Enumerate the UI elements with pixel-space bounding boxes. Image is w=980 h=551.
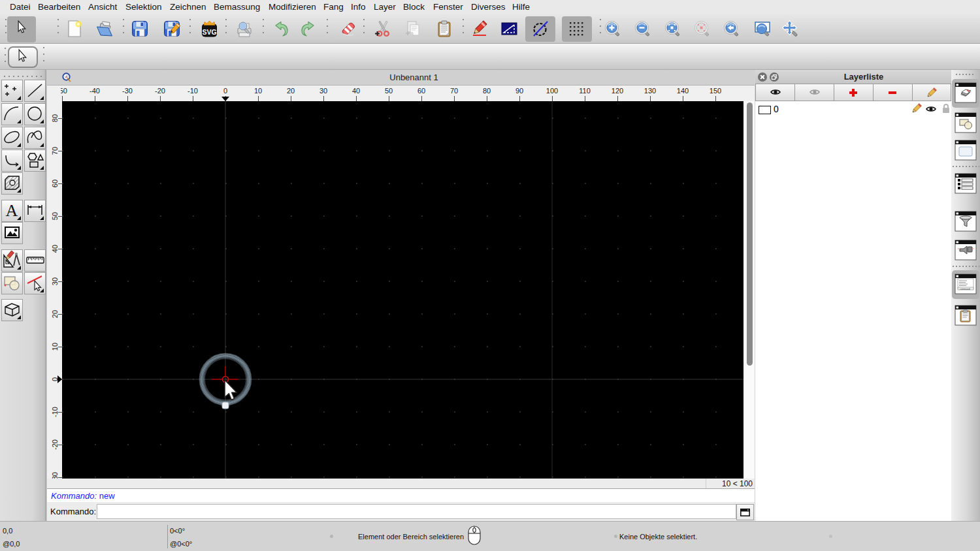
svg-text:-30: -30	[51, 472, 59, 479]
svg-text:30: 30	[319, 87, 327, 95]
svg-text:-40: -40	[90, 87, 100, 95]
svg-text:SVG: SVG	[202, 28, 216, 36]
svg-text:10: 10	[254, 87, 262, 95]
svg-text:20: 20	[287, 87, 295, 95]
svg-text:110: 110	[579, 87, 591, 95]
svg-text:140: 140	[677, 87, 689, 95]
svg-text:0: 0	[51, 377, 59, 381]
svg-text:50: 50	[51, 212, 59, 220]
svg-text:20: 20	[51, 310, 59, 318]
svg-text:A: A	[6, 201, 18, 220]
svg-text:90: 90	[515, 87, 523, 95]
svg-text:100: 100	[546, 87, 558, 95]
svg-text:120: 120	[612, 87, 623, 95]
svg-text:130: 130	[644, 87, 656, 95]
svg-text:-10: -10	[51, 407, 59, 417]
svg-text:40: 40	[51, 245, 59, 253]
svg-text:-20: -20	[155, 87, 165, 95]
svg-text:-20: -20	[51, 439, 59, 450]
svg-text:10: 10	[51, 343, 59, 351]
svg-text:40: 40	[352, 87, 360, 95]
svg-text:60: 60	[417, 87, 425, 95]
svg-text:150: 150	[710, 87, 721, 95]
svg-text:50: 50	[385, 87, 393, 95]
svg-text:-30: -30	[122, 87, 133, 95]
svg-text:0: 0	[223, 87, 227, 95]
svg-text:30: 30	[51, 277, 59, 285]
svg-text:80: 80	[483, 87, 491, 95]
svg-text:80: 80	[51, 114, 59, 122]
svg-text:70: 70	[51, 147, 59, 155]
svg-text:60: 60	[51, 180, 59, 187]
svg-text:70: 70	[450, 87, 458, 95]
svg-text:command: command	[960, 288, 970, 291]
svg-text:-10: -10	[188, 87, 198, 95]
